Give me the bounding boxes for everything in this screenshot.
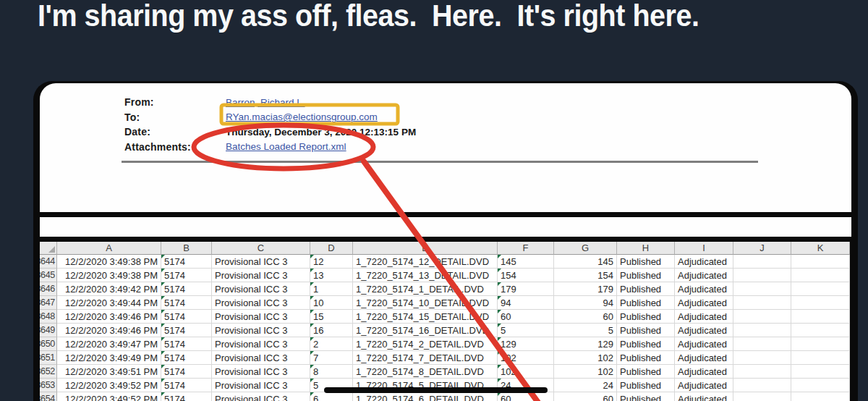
sheet-cell[interactable]: 1_7220_5174_12_DETAIL.DVD — [353, 255, 498, 269]
sheet-row-header[interactable]: 3654 — [40, 392, 57, 401]
select-all-corner[interactable] — [40, 242, 57, 255]
sheet-cell[interactable] — [733, 379, 791, 392]
sheet-cell[interactable]: 5174 — [161, 310, 212, 324]
sheet-row-header[interactable]: 3650 — [40, 337, 57, 351]
sheet-cell[interactable]: 24 — [498, 379, 554, 392]
sheet-row-header[interactable]: 3651 — [40, 351, 57, 365]
sheet-cell[interactable] — [791, 296, 850, 310]
sheet-cell[interactable]: 12/2/2020 3:49:51 PM — [57, 365, 161, 379]
sheet-cell[interactable] — [733, 324, 791, 337]
sheet-cell[interactable]: 5174 — [161, 255, 212, 269]
sheet-cell[interactable]: 2 — [310, 337, 353, 351]
sheet-cell[interactable]: 129 — [498, 337, 554, 351]
sheet-cell[interactable]: Provisional ICC 3 — [212, 351, 310, 365]
sheet-column-header-f[interactable]: F — [498, 242, 554, 255]
sheet-cell[interactable] — [791, 255, 850, 269]
sheet-cell[interactable]: Adjudicated — [675, 365, 733, 379]
sheet-cell[interactable] — [733, 269, 791, 282]
sheet-cell[interactable]: 5174 — [161, 337, 212, 351]
sheet-cell[interactable]: Adjudicated — [675, 392, 733, 401]
sheet-column-header-h[interactable]: H — [617, 242, 675, 255]
sheet-column-header-d[interactable]: D — [310, 242, 353, 255]
sheet-cell[interactable]: 145 — [498, 255, 554, 269]
sheet-cell[interactable]: Provisional ICC 3 — [212, 255, 310, 269]
sheet-cell[interactable]: 12/2/2020 3:49:47 PM — [57, 337, 161, 351]
sheet-cell[interactable]: 5174 — [161, 296, 212, 310]
sheet-cell[interactable]: Provisional ICC 3 — [212, 379, 310, 392]
sheet-cell[interactable]: 24 — [554, 379, 617, 392]
sheet-cell[interactable] — [733, 296, 791, 310]
sheet-cell[interactable] — [791, 324, 850, 337]
sheet-cell[interactable]: 12/2/2020 3:49:38 PM — [57, 269, 161, 282]
sheet-cell[interactable] — [733, 310, 791, 324]
sheet-cell[interactable]: 94 — [554, 296, 617, 310]
sheet-cell[interactable]: 16 — [310, 324, 353, 337]
sheet-cell[interactable] — [733, 337, 791, 351]
sheet-row-header[interactable]: 3646 — [40, 282, 57, 296]
sheet-column-header-e[interactable]: E — [353, 242, 498, 255]
sheet-cell[interactable]: 12/2/2020 3:49:46 PM — [57, 324, 161, 337]
sheet-cell[interactable]: 5 — [310, 379, 353, 392]
sheet-cell[interactable] — [791, 379, 850, 392]
sheet-cell[interactable]: 1_7220_5174_5_DETAIL.DVD — [353, 379, 498, 392]
sheet-cell[interactable]: 179 — [554, 282, 617, 296]
sheet-row-header[interactable]: 3648 — [40, 310, 57, 324]
sheet-cell[interactable]: 10 — [310, 296, 353, 310]
sheet-cell[interactable]: Adjudicated — [675, 269, 733, 282]
sheet-cell[interactable]: Provisional ICC 3 — [212, 324, 310, 337]
sheet-cell[interactable]: Provisional ICC 3 — [212, 392, 310, 401]
sheet-cell[interactable]: 5174 — [161, 269, 212, 282]
sheet-cell[interactable]: 12/2/2020 3:49:52 PM — [57, 392, 161, 401]
sheet-cell[interactable]: 8 — [310, 365, 353, 379]
sheet-row-header[interactable]: 3645 — [40, 269, 57, 282]
sheet-cell[interactable]: 154 — [498, 269, 554, 282]
sheet-row-header[interactable]: 3653 — [40, 379, 57, 392]
sheet-cell[interactable] — [791, 392, 850, 401]
sheet-cell[interactable]: 13 — [310, 269, 353, 282]
sheet-column-header-g[interactable]: G — [554, 242, 617, 255]
sheet-row-header[interactable]: 3647 — [40, 296, 57, 310]
sheet-cell[interactable] — [733, 282, 791, 296]
sheet-cell[interactable]: 154 — [554, 269, 617, 282]
sheet-cell[interactable]: 102 — [498, 365, 554, 379]
sheet-column-header-k[interactable]: K — [791, 242, 850, 255]
sheet-cell[interactable]: Published — [617, 255, 675, 269]
sheet-cell[interactable]: 7 — [310, 351, 353, 365]
sheet-cell[interactable]: Adjudicated — [675, 337, 733, 351]
sheet-cell[interactable]: 1_7220_5174_16_DETAIL.DVD — [353, 324, 498, 337]
sheet-cell[interactable]: Adjudicated — [675, 324, 733, 337]
sheet-cell[interactable]: Published — [617, 351, 675, 365]
sheet-cell[interactable] — [791, 310, 850, 324]
sheet-cell[interactable] — [733, 351, 791, 365]
sheet-cell[interactable]: Published — [617, 282, 675, 296]
sheet-cell[interactable]: 5174 — [161, 379, 212, 392]
sheet-cell[interactable]: 1 — [310, 282, 353, 296]
sheet-cell[interactable]: 102 — [554, 351, 617, 365]
to-value-link[interactable]: RYan.macias@electionsgroup.com — [226, 111, 378, 122]
sheet-cell[interactable]: Adjudicated — [675, 296, 733, 310]
sheet-cell[interactable]: 5174 — [161, 365, 212, 379]
sheet-cell[interactable] — [791, 337, 850, 351]
sheet-cell[interactable]: Published — [617, 324, 675, 337]
sheet-column-header-c[interactable]: C — [212, 242, 310, 255]
sheet-cell[interactable]: 15 — [310, 310, 353, 324]
sheet-row-header[interactable]: 3644 — [40, 255, 57, 269]
sheet-cell[interactable]: Adjudicated — [675, 351, 733, 365]
sheet-cell[interactable]: 1_7220_5174_8_DETAIL.DVD — [353, 365, 498, 379]
sheet-cell[interactable]: 5 — [554, 324, 617, 337]
sheet-cell[interactable]: Published — [617, 296, 675, 310]
sheet-cell[interactable]: 1_7220_5174_10_DETAIL.DVD — [353, 296, 498, 310]
sheet-cell[interactable]: 1_7220_5174_7_DETAIL.DVD — [353, 351, 498, 365]
sheet-cell[interactable]: 12/2/2020 3:49:38 PM — [57, 255, 161, 269]
sheet-column-header-i[interactable]: I — [675, 242, 733, 255]
sheet-cell[interactable]: 12/2/2020 3:49:52 PM — [57, 379, 161, 392]
sheet-cell[interactable] — [733, 365, 791, 379]
sheet-cell[interactable]: Provisional ICC 3 — [212, 337, 310, 351]
sheet-cell[interactable]: Provisional ICC 3 — [212, 365, 310, 379]
sheet-cell[interactable]: 12 — [310, 255, 353, 269]
sheet-cell[interactable]: 60 — [498, 392, 554, 401]
sheet-cell[interactable] — [791, 282, 850, 296]
sheet-cell[interactable]: Published — [617, 392, 675, 401]
sheet-cell[interactable]: 12/2/2020 3:49:42 PM — [57, 282, 161, 296]
sheet-cell[interactable]: 1_7220_5174_15_DETAIL.DVD — [353, 310, 498, 324]
